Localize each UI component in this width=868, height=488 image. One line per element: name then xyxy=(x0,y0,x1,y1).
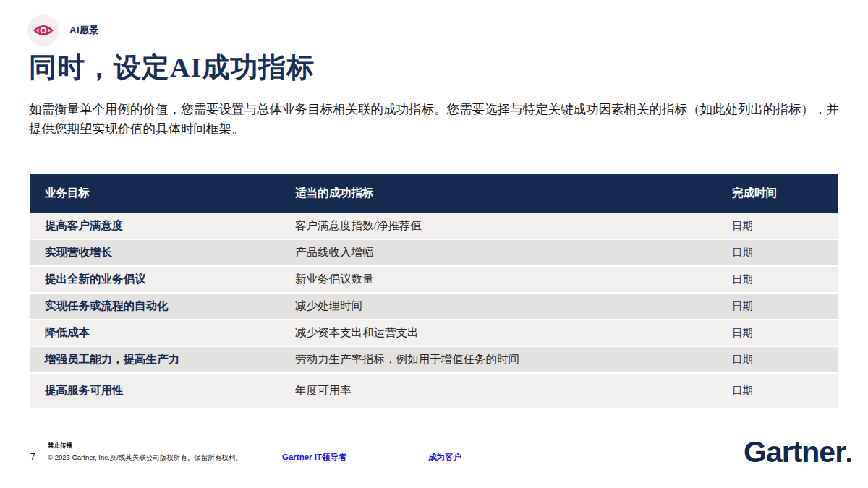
time-cell: 日期 xyxy=(718,273,838,286)
intro-paragraph: 如需衡量单个用例的价值，您需要设置与总体业务目标相关联的成功指标。您需要选择与特… xyxy=(29,100,841,139)
goal-cell: 降低成本 xyxy=(30,325,281,341)
success-metrics-table: 业务目标 适当的成功指标 完成时间 提高客户满意度 客户满意度指数/净推荐值 日… xyxy=(30,174,838,408)
goal-cell: 提高服务可用性 xyxy=(30,383,281,398)
table-body: 提高客户满意度 客户满意度指数/净推荐值 日期 实现营收增长 产品线收入增幅 日… xyxy=(30,213,838,408)
table-row: 降低成本 减少资本支出和运营支出 日期 xyxy=(30,320,838,347)
time-cell: 日期 xyxy=(718,219,838,233)
table-row: 实现任务或流程的自动化 减少处理时间 日期 xyxy=(30,294,838,320)
metric-cell: 产品线收入增幅 xyxy=(281,245,718,260)
gartner-logo: Gartner xyxy=(744,435,851,469)
goal-cell: 实现营收增长 xyxy=(30,245,281,260)
page-title: 同时，设定AI成功指标 xyxy=(29,49,315,86)
header-business-goal: 业务目标 xyxy=(30,186,281,201)
goal-cell: 实现任务或流程的自动化 xyxy=(30,299,281,314)
table-row: 实现营收增长 产品线收入增幅 日期 xyxy=(30,240,838,267)
table-header-row: 业务目标 适当的成功指标 完成时间 xyxy=(30,174,838,213)
page-number: 7 xyxy=(30,452,35,462)
metric-cell: 年度可用率 xyxy=(281,383,718,398)
become-client-link[interactable]: 成为客户 xyxy=(428,452,461,463)
slide: AI愿景 同时，设定AI成功指标 如需衡量单个用例的价值，您需要设置与总体业务目… xyxy=(0,0,868,488)
brand-row: AI愿景 xyxy=(27,14,99,46)
restriction-label: 禁止传播 xyxy=(48,442,72,450)
eye-icon xyxy=(33,20,54,41)
time-cell: 日期 xyxy=(718,299,838,313)
time-cell: 日期 xyxy=(718,246,838,260)
goal-cell: 提高客户满意度 xyxy=(30,218,281,234)
table-row: 提高客户满意度 客户满意度指数/净推荐值 日期 xyxy=(30,213,838,240)
metric-cell: 减少资本支出和运营支出 xyxy=(281,325,718,341)
copyright-text: © 2023 Gartner, Inc.及/或其关联公司版权所有。保留所有权利。 xyxy=(48,453,242,463)
time-cell: 日期 xyxy=(718,353,838,367)
metric-cell: 减少处理时间 xyxy=(281,299,718,314)
gartner-it-leaders-link[interactable]: Gartner IT领导者 xyxy=(282,452,346,463)
goal-cell: 增强员工能力，提高生产力 xyxy=(30,352,281,367)
gartner-logo-text: Gartner xyxy=(744,435,846,468)
table-row: 提出全新的业务倡议 新业务倡议数量 日期 xyxy=(30,267,838,294)
time-cell: 日期 xyxy=(718,326,838,340)
metric-cell: 新业务倡议数量 xyxy=(281,272,718,287)
goal-cell: 提出全新的业务倡议 xyxy=(30,272,281,287)
table-row: 提高服务可用性 年度可用率 日期 xyxy=(30,374,838,408)
brand-label: AI愿景 xyxy=(69,24,99,37)
table-row: 增强员工能力，提高生产力 劳动力生产率指标，例如用于增值任务的时间 日期 xyxy=(30,347,838,374)
header-completion-time: 完成时间 xyxy=(718,186,838,201)
metric-cell: 客户满意度指数/净推荐值 xyxy=(281,218,718,234)
metric-cell: 劳动力生产率指标，例如用于增值任务的时间 xyxy=(281,352,718,367)
header-success-metric: 适当的成功指标 xyxy=(281,186,718,201)
time-cell: 日期 xyxy=(718,384,838,398)
ai-vision-eye-icon xyxy=(27,14,59,46)
registered-mark-dot xyxy=(847,458,851,462)
